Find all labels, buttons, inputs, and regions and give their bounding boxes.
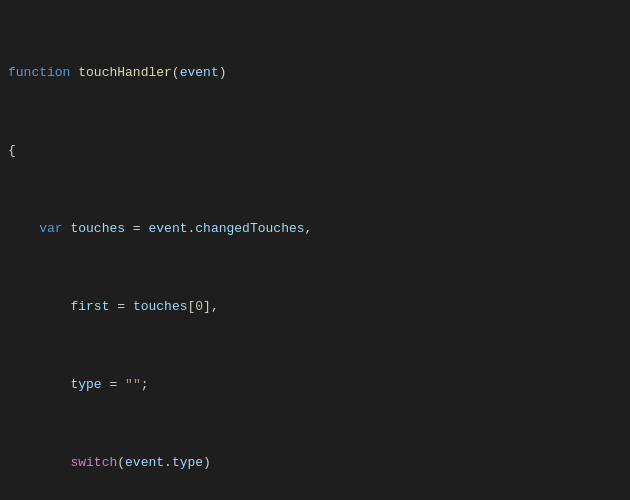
code-line-2: {: [0, 141, 630, 161]
code-line-5: type = "";: [0, 375, 630, 395]
code-line-6: switch(event.type): [0, 453, 630, 473]
code-line-4: first = touches[0],: [0, 297, 630, 317]
code-editor: function touchHandler(event) { var touch…: [0, 0, 630, 500]
code-line-3: var touches = event.changedTouches,: [0, 219, 630, 239]
code-line-1: function touchHandler(event): [0, 63, 630, 83]
